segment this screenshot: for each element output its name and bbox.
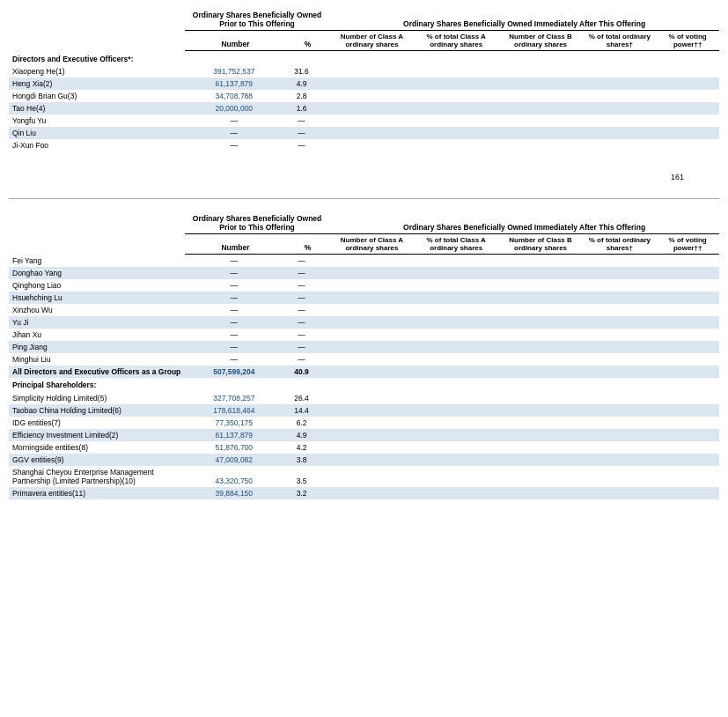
row-classA-pct [400,353,480,366]
table-row: Qin Liu — — [9,127,719,139]
table-row: Yongfu Yu — — [9,115,719,127]
section-divider [9,198,719,199]
row-pct: 2.8 [283,90,320,102]
row-voting [639,90,719,102]
row-classB-num [480,279,560,292]
row-classA-pct [400,78,480,90]
row-voting [639,487,719,499]
col-classA-pct-header-s2: % of total Class A ordinary shares [415,234,498,255]
row-name: Xinzhou Wu [9,304,185,316]
row-voting [639,292,719,304]
row-voting [639,316,719,329]
row-total-pct [560,267,640,279]
col-classA-num-header1: Number of Class A ordinary shares [329,31,415,51]
row-name: Hongdi Brian Gu(3) [9,90,185,102]
row-pct: — [283,139,320,152]
row-total-pct [560,90,640,102]
row-number: — [185,279,283,292]
col-voting-header1: % of voting power†† [656,31,719,51]
row-classA-pct [400,316,480,329]
row-voting [639,65,719,78]
row-classA-num [320,487,400,499]
row-classA-pct [400,417,480,429]
row-classA-pct [400,329,480,341]
row-total-pct [560,279,640,292]
row-classB-num [480,429,560,441]
row-voting [639,329,719,341]
row-name: Qinghong Liao [9,279,185,292]
row-classA-pct [400,304,480,316]
row-name: Shanghai Cheyou Enterprise Management Pa… [9,466,185,487]
col-after-offering-header-s2: Ordinary Shares Beneficially Owned Immed… [329,212,719,234]
row-name: Ping Jiang [9,341,185,353]
col-name-empty-s2 [9,212,185,234]
row-pct: 3.8 [283,454,320,466]
row-classB-num [480,255,560,267]
section1-table: Ordinary Shares Beneficially Owned Prior… [9,9,719,65]
row-number: 43,320,750 [185,466,283,487]
row-number: 34,708,788 [185,90,283,102]
col-voting-header-s2: % of voting power†† [656,234,719,255]
table-row: Xinzhou Wu — — [9,304,719,316]
row-classB-num [480,304,560,316]
table-row: Yu Ji — — [9,316,719,329]
row-number: — [185,353,283,366]
row-classB-num [480,115,560,127]
row-classA-num [320,353,400,366]
row-total-pct [560,115,640,127]
row-classB-num [480,454,560,466]
row-number: 20,000,000 [185,102,283,115]
row-pct: — [283,267,320,279]
row-voting [639,404,719,417]
row-classB-num [480,417,560,429]
row-pct: — [283,292,320,304]
row-classB-num [480,78,560,90]
row-voting [639,127,719,139]
row-classA-num [320,65,400,78]
row-number: — [185,139,283,152]
row-pct: 31.6 [283,65,320,78]
row-classA-num [320,279,400,292]
row-classB-num [480,292,560,304]
row-total-pct [560,392,640,404]
row-name: Heng Xia(2) [9,78,185,90]
row-number: 61,137,879 [185,78,283,90]
row-classA-pct [400,292,480,304]
row-number: 178,618,464 [185,404,283,417]
row-classA-num [320,392,400,404]
row-classA-num [320,292,400,304]
row-classA-num [320,329,400,341]
row-pct: 3.5 [283,466,320,487]
table-row: Ji-Xun Foo — — [9,139,719,152]
row-number: — [185,341,283,353]
row-classA-pct [400,429,480,441]
row-classA-pct [400,279,480,292]
row-classA-num [320,115,400,127]
col-empty2 [9,31,185,51]
row-classA-pct [400,466,480,487]
row-pct: 1.6 [283,102,320,115]
row-classB-num [480,267,560,279]
row-voting [639,353,719,366]
row-classB-num [480,487,560,499]
col-empty-s2 [9,234,185,255]
row-name: Hsuehching Lu [9,292,185,304]
row-classA-num [320,441,400,454]
row-number: 61,137,879 [185,429,283,441]
row-classA-num [320,139,400,152]
row-total-pct [560,255,640,267]
row-pct: — [283,304,320,316]
row-number: — [185,316,283,329]
row-classA-num [320,429,400,441]
table-row: IDG entities(7) 77,350,175 6.2 [9,417,719,429]
row-number: — [185,127,283,139]
row-name: Morningside entities(8) [9,441,185,454]
section1-data-table: Xiaopeng He(1) 391,752,537 31.6 Heng Xia… [9,65,719,152]
row-voting [639,115,719,127]
row-total-pct [560,78,640,90]
row-classA-pct [400,90,480,102]
col-total-pct-header-s2: % of total ordinary shares† [583,234,656,255]
row-classB-num [480,329,560,341]
row-number: 39,884,150 [185,487,283,499]
directors-label: Directors and Executive Officers*: [9,51,719,66]
